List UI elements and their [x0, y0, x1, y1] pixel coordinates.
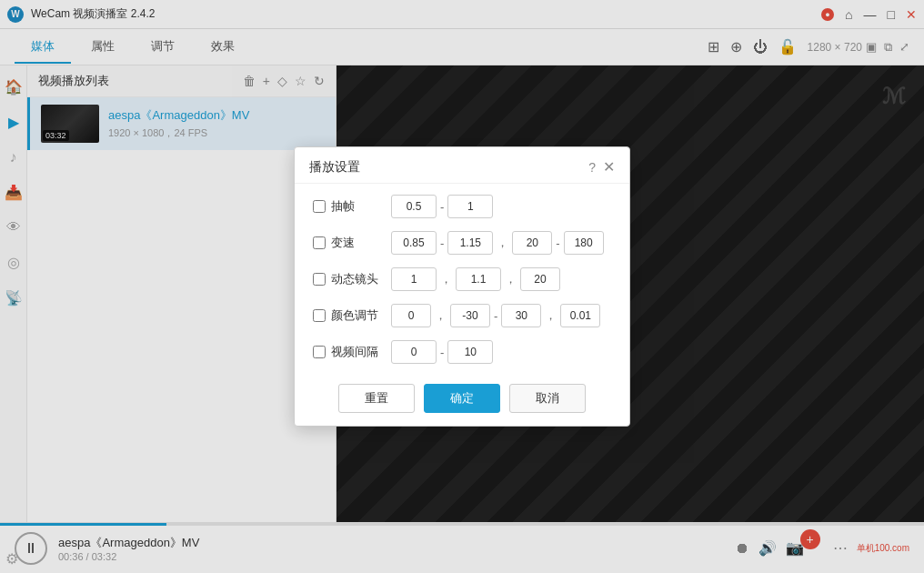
interval-input-2[interactable] — [447, 340, 493, 364]
frame-checkbox[interactable] — [313, 200, 326, 213]
color-label: 颜色调节 — [331, 307, 386, 324]
color-input-3[interactable] — [501, 304, 541, 327]
dynamic-input-1[interactable] — [391, 267, 437, 291]
speed-row: 变速 - ， - — [313, 231, 611, 255]
color-input-2[interactable] — [450, 304, 490, 327]
interval-sep: - — [440, 346, 444, 359]
speed-sep3: - — [556, 236, 559, 250]
color-row: 颜色调节 ， - ， — [313, 304, 611, 327]
dynamic-label: 动态镜头 — [331, 271, 386, 287]
interval-checkbox[interactable] — [313, 346, 326, 358]
playback-settings-dialog: 播放设置 ? ✕ 抽帧 - 变速 - — [294, 146, 630, 427]
dynamic-row: 动态镜头 ， ， — [313, 267, 611, 291]
speed-sep1: - — [440, 236, 444, 250]
frame-input-max[interactable] — [447, 195, 493, 218]
ok-button[interactable]: 确定 — [424, 384, 500, 413]
speed-label: 变速 — [331, 235, 386, 251]
speed-sep2: ， — [497, 235, 508, 251]
speed-input-3[interactable] — [512, 231, 552, 255]
speed-input-4[interactable] — [564, 231, 604, 255]
frame-inputs: - — [391, 195, 611, 218]
reset-button[interactable]: 重置 — [338, 384, 415, 413]
dynamic-input-3[interactable] — [520, 267, 560, 291]
dialog-title: 播放设置 — [309, 159, 588, 176]
dialog-header: 播放设置 ? ✕ — [295, 147, 629, 184]
cancel-button[interactable]: 取消 — [509, 384, 586, 413]
speed-inputs: - ， - — [391, 231, 611, 255]
color-checkbox[interactable] — [313, 309, 326, 322]
frame-sep: - — [440, 200, 444, 214]
frame-label: 抽帧 — [331, 198, 386, 215]
color-inputs: ， - ， — [391, 304, 611, 327]
dialog-close-icon[interactable]: ✕ — [603, 158, 615, 176]
dynamic-input-2[interactable] — [456, 267, 501, 291]
dialog-overlay: 播放设置 ? ✕ 抽帧 - 变速 - — [0, 0, 924, 573]
frame-input-min[interactable] — [391, 195, 437, 218]
dynamic-checkbox[interactable] — [313, 273, 326, 286]
color-sep3: ， — [545, 307, 557, 324]
color-sep2: - — [494, 309, 497, 323]
speed-input-1[interactable] — [391, 231, 437, 255]
interval-inputs: - — [391, 340, 611, 364]
interval-row: 视频间隔 - — [313, 340, 611, 364]
dynamic-sep2: ， — [505, 271, 517, 287]
interval-label: 视频间隔 — [331, 344, 386, 360]
dynamic-sep1: ， — [440, 271, 452, 287]
dialog-help-icon[interactable]: ? — [588, 160, 596, 175]
color-input-4[interactable] — [560, 304, 600, 327]
dynamic-inputs: ， ， — [391, 267, 611, 291]
interval-input-1[interactable] — [391, 340, 437, 364]
dialog-body: 抽帧 - 变速 - ， - — [295, 184, 629, 375]
speed-input-2[interactable] — [447, 231, 493, 255]
color-input-1[interactable] — [391, 304, 431, 327]
speed-checkbox[interactable] — [313, 236, 326, 249]
frame-row: 抽帧 - — [313, 195, 611, 218]
color-sep1: ， — [435, 307, 447, 324]
dialog-footer: 重置 确定 取消 — [295, 375, 629, 426]
